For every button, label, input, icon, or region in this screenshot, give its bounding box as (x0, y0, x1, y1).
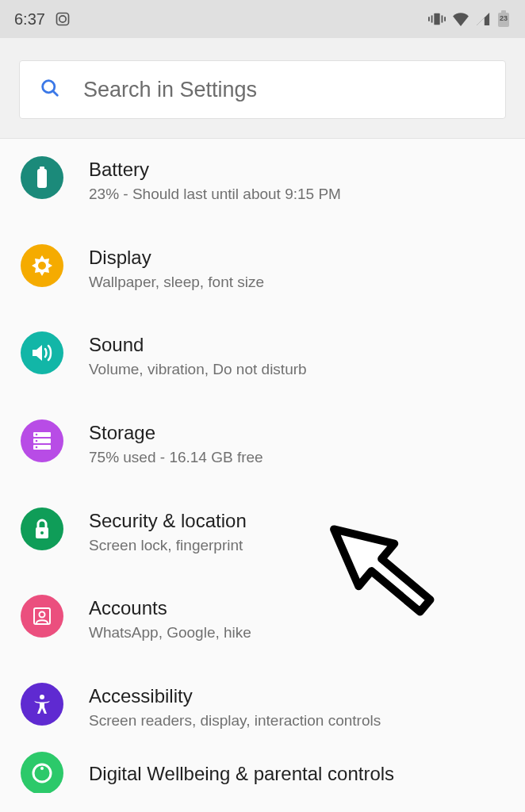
svg-rect-2 (434, 13, 439, 25)
item-subtitle: Screen readers, display, interaction con… (89, 711, 506, 731)
sound-icon (21, 331, 63, 374)
svg-point-21 (40, 531, 44, 534)
settings-list: Battery 23% - Should last until about 9:… (0, 139, 525, 793)
item-subtitle: Volume, vibration, Do not disturb (89, 360, 506, 380)
svg-rect-3 (431, 15, 433, 22)
wifi-icon (452, 12, 469, 26)
svg-rect-6 (444, 17, 446, 21)
settings-item-battery[interactable]: Battery 23% - Should last until about 9:… (0, 139, 525, 222)
storage-icon (21, 419, 63, 462)
app-badge-icon (55, 11, 71, 27)
wellbeing-icon (21, 752, 63, 793)
item-subtitle: 75% used - 16.14 GB free (89, 448, 506, 468)
settings-item-storage[interactable]: Storage 75% used - 16.14 GB free (0, 397, 525, 485)
svg-point-26 (40, 767, 44, 770)
item-subtitle: Screen lock, fingerprint (89, 536, 506, 556)
svg-line-10 (53, 91, 58, 96)
svg-rect-4 (428, 17, 430, 21)
account-icon (21, 595, 63, 638)
settings-item-display[interactable]: Display Wallpaper, sleep, font size (0, 222, 525, 310)
svg-point-13 (38, 262, 46, 270)
settings-item-security[interactable]: Security & location Screen lock, fingerp… (0, 485, 525, 573)
search-placeholder: Search in Settings (83, 78, 257, 102)
item-title: Security & location (89, 509, 506, 533)
search-section: Search in Settings (0, 38, 525, 139)
item-title: Accessibility (89, 684, 506, 708)
battery-status-icon: 23 (496, 10, 511, 28)
search-icon (39, 77, 61, 102)
brightness-icon (21, 244, 63, 287)
svg-point-17 (36, 434, 38, 436)
item-title: Display (89, 246, 506, 270)
lock-icon (21, 508, 63, 550)
svg-point-18 (36, 440, 38, 442)
settings-item-sound[interactable]: Sound Volume, vibration, Do not disturb (0, 309, 525, 397)
vibrate-icon (428, 11, 446, 27)
status-time: 6:37 (14, 10, 45, 29)
svg-rect-5 (442, 15, 443, 22)
svg-point-24 (40, 695, 44, 699)
item-title: Digital Wellbeing & parental controls (89, 762, 506, 786)
search-input[interactable]: Search in Settings (19, 60, 506, 119)
settings-item-wellbeing[interactable]: Digital Wellbeing & parental controls (0, 749, 525, 793)
svg-rect-11 (37, 169, 47, 188)
svg-point-19 (36, 446, 38, 449)
item-title: Sound (89, 333, 506, 357)
svg-rect-12 (40, 167, 44, 170)
settings-item-accounts[interactable]: Accounts WhatsApp, Google, hike (0, 573, 525, 661)
svg-rect-0 (56, 13, 68, 25)
item-subtitle: WhatsApp, Google, hike (89, 623, 506, 643)
item-title: Battery (89, 158, 506, 182)
item-title: Storage (89, 421, 506, 445)
svg-rect-8 (501, 10, 506, 13)
status-bar: 6:37 23 (0, 0, 525, 38)
accessibility-icon (21, 683, 63, 726)
item-subtitle: 23% - Should last until about 9:15 PM (89, 185, 506, 205)
item-subtitle: Wallpaper, sleep, font size (89, 273, 506, 293)
svg-point-1 (59, 16, 66, 22)
svg-point-23 (40, 612, 45, 618)
signal-icon (476, 12, 490, 26)
battery-icon (21, 156, 63, 199)
item-title: Accounts (89, 596, 506, 620)
settings-item-accessibility[interactable]: Accessibility Screen readers, display, i… (0, 661, 525, 749)
